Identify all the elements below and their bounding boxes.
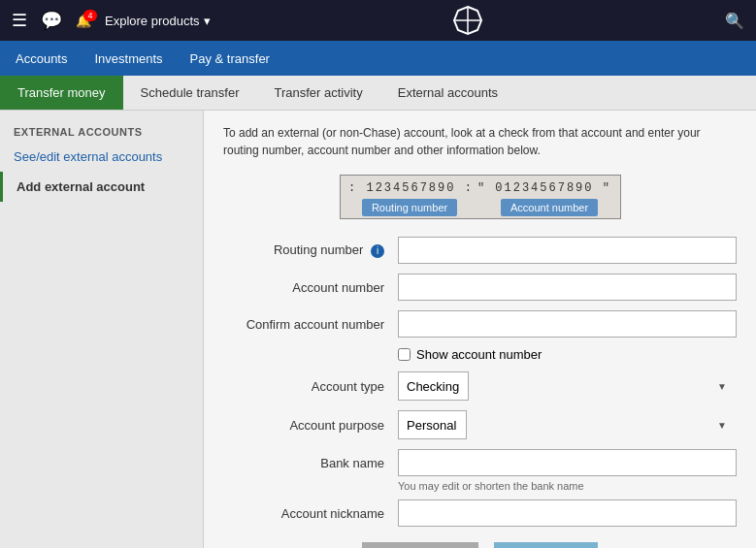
sidebar-item-add-external[interactable]: Add external account	[0, 172, 203, 202]
show-account-label[interactable]: Show account number	[416, 347, 542, 362]
account-nickname-row: Account nickname	[223, 500, 737, 527]
tab-transfer-money[interactable]: Transfer money	[0, 76, 123, 110]
nav-investments[interactable]: Investments	[94, 44, 162, 74]
chase-logo-icon	[452, 5, 483, 36]
account-type-select[interactable]: Checking Savings	[398, 371, 469, 401]
confirm-account-input[interactable]	[398, 310, 737, 338]
account-nickname-input[interactable]	[398, 500, 737, 527]
check-routing-numbers: : 1234567890 :	[348, 181, 474, 195]
content-area: To add an external (or non-Chase) accoun…	[204, 111, 756, 548]
notification-badge: 4	[83, 10, 97, 21]
primary-nav: Accounts Investments Pay & transfer	[0, 41, 756, 76]
next-button[interactable]: Next	[494, 542, 598, 548]
show-account-row: Show account number	[398, 347, 737, 362]
notification-bell[interactable]: 🔔 4	[76, 14, 91, 28]
sidebar-section-title: EXTERNAL ACCOUNTS	[0, 118, 203, 142]
account-type-row: Account type Checking Savings	[223, 371, 737, 401]
tab-transfer-activity[interactable]: Transfer activity	[256, 76, 379, 110]
chat-icon[interactable]: 💬	[41, 10, 62, 31]
explore-label: Explore products	[105, 14, 200, 28]
confirm-account-row: Confirm account number	[223, 310, 737, 338]
account-number-label: Account number	[223, 280, 398, 295]
routing-number-input[interactable]	[398, 237, 737, 264]
check-visual: : 1234567890 : " 01234567890 " Routing n…	[340, 175, 621, 219]
explore-products-button[interactable]: Explore products ▾	[105, 14, 211, 28]
nav-pay-transfer[interactable]: Pay & transfer	[190, 44, 270, 74]
account-number-input[interactable]	[398, 274, 737, 301]
account-nickname-label: Account nickname	[223, 506, 398, 521]
check-label-row: Routing number Account number	[341, 199, 620, 216]
check-account-label: Account number	[501, 199, 598, 216]
bank-name-row: Bank name	[223, 449, 737, 476]
form-section: Routing number i Account number Confirm …	[223, 237, 737, 548]
sidebar: EXTERNAL ACCOUNTS See/edit external acco…	[0, 111, 204, 548]
check-account-numbers: " 01234567890 "	[477, 181, 611, 195]
brand-logo-area	[211, 5, 725, 36]
info-text: To add an external (or non-Chase) accoun…	[223, 124, 737, 159]
chevron-down-icon: ▾	[204, 14, 211, 28]
check-routing-label: Routing number	[362, 199, 457, 216]
sidebar-item-see-edit[interactable]: See/edit external accounts	[0, 142, 203, 172]
account-type-label: Account type	[223, 379, 398, 394]
account-purpose-row: Account purpose Personal Business	[223, 410, 737, 439]
cancel-button[interactable]: Cancel	[362, 542, 478, 548]
check-illustration: : 1234567890 : " 01234567890 " Routing n…	[223, 175, 737, 219]
bank-name-hint: You may edit or shorten the bank name	[398, 480, 737, 492]
bank-name-label: Bank name	[223, 456, 398, 470]
routing-number-label: Routing number i	[223, 242, 398, 258]
button-row: Cancel Next	[223, 542, 737, 548]
hamburger-icon[interactable]: ☰	[12, 10, 27, 31]
main-layout: EXTERNAL ACCOUNTS See/edit external acco…	[0, 111, 756, 548]
routing-info-icon[interactable]: i	[371, 244, 384, 258]
sub-nav: Transfer money Schedule transfer Transfe…	[0, 76, 756, 111]
tab-external-accounts[interactable]: External accounts	[380, 76, 515, 110]
top-bar: ☰ 💬 🔔 4 Explore products ▾ 🔍	[0, 0, 756, 41]
account-purpose-select-wrapper: Personal Business	[398, 410, 737, 439]
bank-name-input[interactable]	[398, 449, 737, 476]
routing-number-row: Routing number i	[223, 237, 737, 264]
confirm-account-label: Confirm account number	[223, 317, 398, 332]
search-icon[interactable]: 🔍	[725, 12, 744, 30]
top-bar-left: ☰ 💬 🔔 4 Explore products ▾	[12, 10, 211, 31]
account-type-select-wrapper: Checking Savings	[398, 371, 737, 401]
account-number-row: Account number	[223, 274, 737, 301]
show-account-checkbox[interactable]	[398, 348, 411, 361]
account-purpose-select[interactable]: Personal Business	[398, 410, 467, 439]
tab-schedule-transfer[interactable]: Schedule transfer	[123, 76, 257, 110]
account-purpose-label: Account purpose	[223, 418, 398, 433]
nav-accounts[interactable]: Accounts	[16, 44, 67, 74]
check-numbers-row: : 1234567890 : " 01234567890 "	[341, 181, 620, 195]
